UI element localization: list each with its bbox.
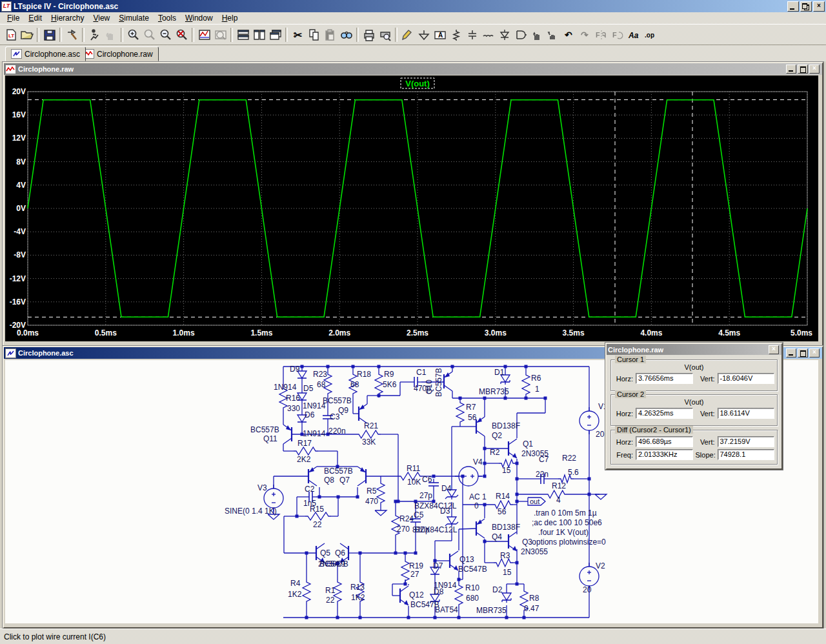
diff-horz-value[interactable]: 496.689µs: [636, 436, 693, 447]
schematic-label[interactable]: Q5: [320, 548, 330, 558]
new-schematic-icon[interactable]: LT: [3, 27, 19, 43]
schematic-label[interactable]: 22n: [536, 470, 549, 479]
schematic-label[interactable]: C1: [416, 368, 427, 377]
schematic-label[interactable]: 56: [498, 507, 507, 516]
schematic-label[interactable]: 68: [317, 380, 326, 389]
cursor-panel-titlebar[interactable]: Circlophone.raw ×: [607, 344, 781, 355]
schematic-label[interactable]: D6: [305, 410, 315, 419]
schematic-label[interactable]: V2: [596, 561, 605, 570]
schematic-label[interactable]: 2N3055: [521, 547, 548, 556]
schematic-label[interactable]: 270: [397, 525, 410, 534]
schematic-label[interactable]: Q10: [425, 379, 434, 394]
schematic-label[interactable]: C5: [414, 510, 424, 519]
schematic-label[interactable]: BC557B: [250, 425, 279, 434]
schematic-label[interactable]: 22: [313, 520, 322, 529]
minimize-button[interactable]: [787, 1, 799, 12]
schematic-label[interactable]: Q8: [324, 476, 334, 485]
schematic-label[interactable]: R23: [313, 370, 327, 379]
run-icon[interactable]: [86, 27, 103, 43]
schematic-label[interactable]: 27p: [419, 491, 432, 500]
schematic-label[interactable]: 1K2: [288, 590, 302, 599]
schematic-label[interactable]: 15: [502, 466, 511, 475]
schematic-label[interactable]: Q3: [522, 538, 532, 547]
schematic-label[interactable]: Q4: [492, 532, 502, 541]
cursor1-vert-value[interactable]: -18.6046V: [718, 373, 775, 384]
schematic-label[interactable]: R16: [286, 394, 300, 403]
menu-tools[interactable]: Tools: [154, 13, 181, 23]
waveform-plot-area[interactable]: 20V16V12V8V4V0V-4V-8V-12V-16V-20V0.0ms0.…: [5, 75, 818, 341]
schematic-label[interactable]: R19: [409, 561, 423, 570]
diff-vert-value[interactable]: 37.2159V: [718, 436, 775, 447]
schematic-label[interactable]: 1N914: [303, 429, 326, 438]
schematic-label[interactable]: R24: [399, 514, 414, 523]
close-button[interactable]: ×: [809, 65, 820, 74]
waveform-window-titlebar[interactable]: Circlophone.raw ×: [4, 63, 822, 75]
ground-icon[interactable]: [416, 27, 432, 43]
schematic-label[interactable]: 20: [583, 585, 592, 594]
print-icon[interactable]: [361, 27, 377, 43]
cursor2-horz-value[interactable]: 4.26325ms: [636, 408, 693, 419]
schematic-label[interactable]: D5: [303, 384, 314, 393]
schematic-label[interactable]: Q11: [263, 434, 277, 443]
menu-hierarchy[interactable]: Hierarchy: [46, 13, 88, 23]
capacitor-icon[interactable]: [464, 27, 480, 43]
zoom-out-icon[interactable]: [157, 27, 174, 43]
resistor-icon[interactable]: [448, 27, 464, 43]
minimize-button[interactable]: [786, 348, 796, 357]
diff-freq-value[interactable]: 2.01333KHz: [636, 449, 693, 460]
schematic-label[interactable]: Q7: [339, 476, 350, 485]
schematic-label[interactable]: 220n: [328, 427, 346, 436]
schematic-label[interactable]: R18: [357, 370, 371, 379]
schematic-label[interactable]: R6: [531, 374, 541, 383]
menu-help[interactable]: Help: [217, 13, 243, 23]
menu-window[interactable]: Window: [181, 13, 217, 23]
schematic-label[interactable]: 0: [474, 501, 479, 510]
waveform-chart[interactable]: 20V16V12V8V4V0V-4V-8V-12V-16V-20V0.0ms0.…: [5, 75, 818, 341]
schematic-label[interactable]: R1: [325, 586, 336, 595]
schematic-label[interactable]: BZX84C12L: [415, 525, 458, 534]
schematic-label[interactable]: MBR735: [476, 606, 507, 615]
maximize-button[interactable]: [798, 65, 808, 74]
schematic-label[interactable]: 56: [468, 413, 477, 422]
schematic-label[interactable]: D4: [441, 484, 452, 493]
schematic-label[interactable]: .tran 0 10m 5m 1µ: [534, 508, 597, 518]
diff-slope-value[interactable]: 74928.1: [718, 449, 775, 460]
plot-title[interactable]: V(out): [405, 79, 430, 88]
schematic-label[interactable]: C6: [422, 475, 432, 484]
tab-circlophone-asc[interactable]: Circlophone.asc: [5, 46, 86, 61]
schematic-label[interactable]: 2K2: [297, 455, 311, 464]
schematic-label[interactable]: R3: [500, 551, 510, 560]
schematic-label[interactable]: 10K: [407, 478, 421, 487]
restore-button[interactable]: [800, 1, 812, 12]
wire[interactable]: [459, 528, 476, 529]
schematic-label[interactable]: 27: [410, 570, 419, 579]
schematic-label[interactable]: 20: [596, 430, 605, 439]
schematic-label[interactable]: BZX84C12L: [414, 501, 457, 510]
schematic-label[interactable]: V4: [473, 458, 483, 467]
schematic-label[interactable]: D8: [434, 587, 444, 596]
text-icon[interactable]: Aa: [625, 27, 641, 43]
schematic-label[interactable]: D9: [290, 365, 300, 374]
copy-icon[interactable]: [306, 27, 322, 43]
schematic-label[interactable]: 0.47: [524, 604, 539, 613]
open-icon[interactable]: [19, 27, 35, 43]
schematic-label[interactable]: R5: [367, 487, 377, 496]
wire-icon[interactable]: [399, 27, 416, 43]
schematic-label[interactable]: BD138F: [492, 523, 520, 532]
schematic-label[interactable]: AC 1: [469, 492, 487, 501]
schematic-label[interactable]: C7: [539, 455, 549, 464]
schematic-label[interactable]: BC547B: [410, 600, 439, 609]
tab-circlophone-raw[interactable]: Circlophone.raw: [77, 46, 159, 61]
schematic-label[interactable]: R11: [407, 464, 420, 473]
schematic-label[interactable]: 22: [326, 596, 335, 605]
schematic-label[interactable]: R2: [490, 448, 500, 457]
cascade-icon[interactable]: [267, 27, 283, 43]
menu-simulate[interactable]: Simulate: [114, 13, 154, 23]
control-panel-icon[interactable]: [64, 27, 80, 43]
schematic-label[interactable]: R7: [466, 403, 476, 412]
cursor1-horz-value[interactable]: 3.76656ms: [636, 373, 693, 384]
schematic-label[interactable]: 680: [466, 594, 479, 603]
schematic-label[interactable]: MBR735: [479, 387, 509, 396]
spice-directive-icon[interactable]: .op: [641, 27, 658, 43]
schematic-label[interactable]: Q2: [492, 431, 502, 440]
